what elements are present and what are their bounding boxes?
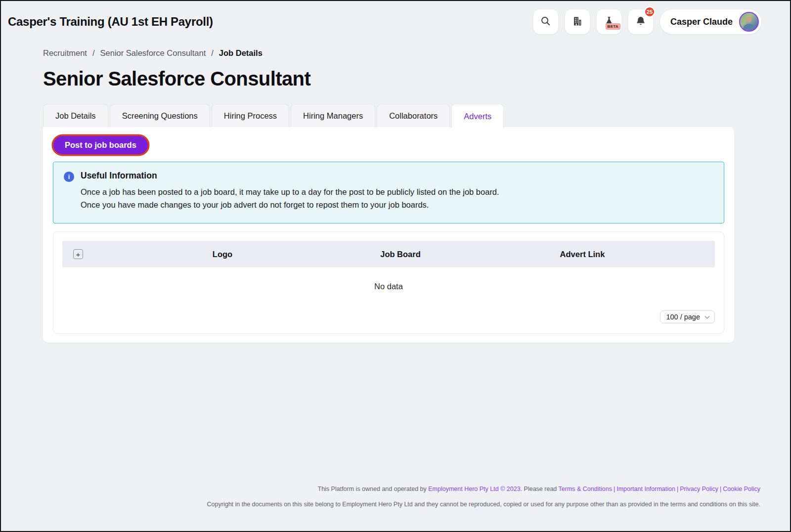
tab-bar: Job Details Screening Questions Hiring P… <box>43 104 734 127</box>
breadcrumb-recruitment[interactable]: Recruitment <box>43 48 87 58</box>
breadcrumb-current: Job Details <box>219 48 263 58</box>
expand-all-cell: + <box>62 249 94 259</box>
privacy-policy-link[interactable]: Privacy Policy <box>680 486 718 492</box>
expand-all-button[interactable]: + <box>73 249 83 259</box>
page-size-select[interactable]: 100 / page <box>660 310 715 323</box>
adverts-panel: Post to job boards i Useful Information … <box>43 127 734 343</box>
user-name: Casper Claude <box>670 17 733 27</box>
notifications-button[interactable]: 25 <box>628 9 653 34</box>
footer-copyright-text: Copyright in the documents on this site … <box>16 501 760 508</box>
search-button[interactable] <box>533 9 558 34</box>
app-title: Casper's Training (AU 1st EH Payroll) <box>8 15 213 29</box>
notification-count-badge: 25 <box>644 6 655 17</box>
useful-information-title: Useful Information <box>81 171 499 181</box>
chevron-down-icon <box>704 313 710 321</box>
adverts-table-card: + Logo Job Board Advert Link No data 100… <box>53 231 724 334</box>
terms-conditions-link[interactable]: Terms & Conditions <box>559 486 612 492</box>
company-link[interactable]: Employment Hero Pty Ltd © 2023 <box>428 486 520 492</box>
breadcrumb: Recruitment / Senior Salesforce Consulta… <box>43 48 734 58</box>
useful-information-line-2: Once you have made changes to your job a… <box>81 198 499 211</box>
useful-information-content: Useful Information Once a job has been p… <box>81 171 499 211</box>
user-avatar <box>739 12 759 32</box>
tab-job-details[interactable]: Job Details <box>43 104 108 127</box>
footer-ownership-text: This Platform is owned and operated by <box>318 486 429 492</box>
beta-features-button[interactable]: BETA <box>597 9 621 34</box>
empty-state-text: No data <box>62 267 715 297</box>
post-to-job-boards-button[interactable]: Post to job boards <box>53 136 148 154</box>
column-header-job-board: Job Board <box>351 250 450 259</box>
useful-information-box: i Useful Information Once a job has been… <box>53 162 724 223</box>
footer-separator: | <box>675 486 680 492</box>
pagination: 100 / page <box>62 310 715 323</box>
plus-icon: + <box>76 251 81 258</box>
footer-separator: | <box>612 486 616 492</box>
topbar-actions: BETA 25 Casper Claude <box>533 9 761 34</box>
bell-icon <box>635 15 647 29</box>
page-title: Senior Salesforce Consultant <box>43 68 734 90</box>
footer-please-read-text: . Please read <box>521 486 559 492</box>
beta-badge: BETA <box>606 23 620 30</box>
cookie-policy-link[interactable]: Cookie Policy <box>723 486 760 492</box>
company-button[interactable] <box>565 9 590 34</box>
adverts-table-header: + Logo Job Board Advert Link <box>62 241 715 267</box>
breadcrumb-separator: / <box>211 48 214 58</box>
tab-screening-questions[interactable]: Screening Questions <box>110 104 210 127</box>
office-building-icon <box>571 15 583 29</box>
footer: This Platform is owned and operated by E… <box>1 486 790 508</box>
tab-collaborators[interactable]: Collaborators <box>377 104 450 127</box>
info-icon: i <box>64 172 74 182</box>
top-bar: Casper's Training (AU 1st EH Payroll) <box>1 1 790 36</box>
breadcrumb-separator: / <box>92 48 95 58</box>
column-header-logo: Logo <box>94 250 351 259</box>
footer-separator: | <box>718 486 723 492</box>
search-icon <box>540 15 551 28</box>
tab-adverts[interactable]: Adverts <box>451 104 504 128</box>
page-size-value: 100 / page <box>666 313 700 321</box>
tab-hiring-managers[interactable]: Hiring Managers <box>291 104 375 127</box>
main-content: Recruitment / Senior Salesforce Consulta… <box>43 48 734 343</box>
breadcrumb-job-name[interactable]: Senior Salesforce Consultant <box>100 48 206 58</box>
important-information-link[interactable]: Important Information <box>616 486 675 492</box>
user-menu[interactable]: Casper Claude <box>660 9 761 34</box>
tab-hiring-process[interactable]: Hiring Process <box>212 104 289 127</box>
footer-line-1: This Platform is owned and operated by E… <box>16 486 760 493</box>
column-header-advert-link: Advert Link <box>450 250 715 259</box>
useful-information-line-1: Once a job has been posted to a job boar… <box>81 185 499 198</box>
